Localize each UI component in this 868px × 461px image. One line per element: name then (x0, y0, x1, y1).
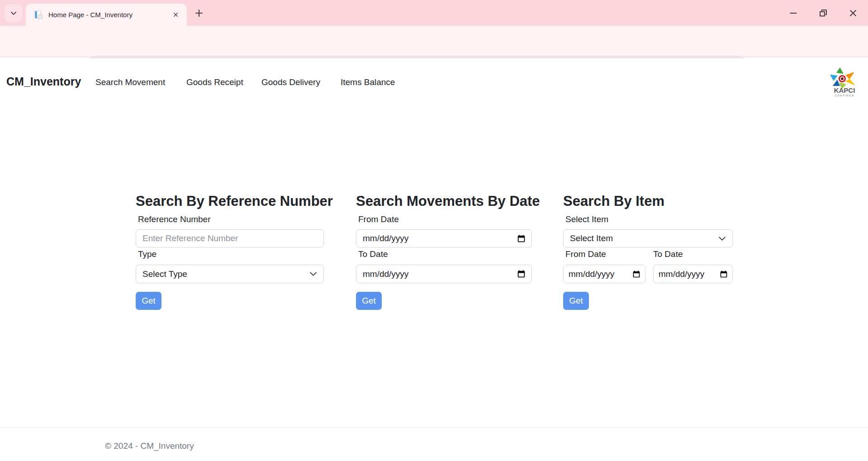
item-select-value: Select Item (570, 233, 613, 243)
browser-tab[interactable]: Home Page - CM_Inventory (26, 4, 187, 26)
page-content: CM_Inventory Search Movement Goods Recei… (0, 58, 868, 461)
browser-toolbar: Not secure 10.10.30.47:2001/Movement A (0, 26, 868, 57)
calendar-icon (720, 271, 727, 278)
logo-name: KAPCI (834, 86, 855, 94)
from-date-label: From Date (358, 214, 399, 224)
type-select-value: Select Type (142, 269, 187, 279)
item-select[interactable]: Select Item (563, 229, 733, 247)
calendar-icon (633, 271, 640, 278)
page-footer: © 2024 - CM_Inventory (0, 427, 868, 461)
chevron-down-icon (309, 270, 317, 278)
calendar-icon (517, 235, 525, 242)
date-placeholder: mm/dd/yyyy (659, 269, 704, 279)
close-window-button[interactable] (838, 0, 868, 26)
search-by-date-section: Search Movements By Date From Date mm/dd… (356, 192, 532, 210)
get-by-item-button[interactable]: Get (563, 292, 589, 310)
nav-link-goods-receipt[interactable]: Goods Receipt (186, 77, 243, 87)
date-placeholder: mm/dd/yyyy (569, 269, 614, 279)
section-title: Search By Reference Number (136, 192, 324, 210)
date-placeholder: mm/dd/yyyy (363, 233, 408, 243)
tab-close-icon[interactable] (171, 10, 180, 20)
tab-bar: Home Page - CM_Inventory (0, 0, 868, 26)
reference-number-input[interactable] (136, 229, 324, 247)
date-placeholder: mm/dd/yyyy (363, 269, 408, 279)
copyright-text: © 2024 - CM_Inventory (105, 441, 194, 451)
nav-link-goods-delivery[interactable]: Goods Delivery (261, 77, 320, 87)
restore-button[interactable] (808, 0, 838, 26)
chevron-down-icon (718, 235, 726, 242)
item-from-date-input[interactable]: mm/dd/yyyy (563, 265, 645, 283)
navbar-brand[interactable]: CM_Inventory (6, 75, 81, 88)
get-by-reference-button[interactable]: Get (136, 292, 161, 310)
window-controls (778, 0, 868, 26)
from-date-label: From Date (565, 249, 606, 259)
get-by-date-button[interactable]: Get (356, 292, 382, 310)
browser-window: Home Page - CM_Inventory (0, 0, 868, 461)
reference-number-label: Reference Number (138, 214, 211, 224)
type-select[interactable]: Select Type (136, 265, 324, 283)
type-label: Type (138, 249, 157, 259)
search-by-reference-section: Search By Reference Number Reference Num… (136, 192, 324, 210)
minimize-button[interactable] (778, 0, 808, 26)
tab-search-button[interactable] (5, 4, 23, 22)
search-by-item-section: Search By Item Select Item Select Item F… (563, 192, 733, 210)
logo-tagline: COATINGS (835, 94, 854, 97)
nav-link-items-balance[interactable]: Items Balance (341, 77, 395, 87)
kapci-coatings-logo: KAPCI COATINGS (830, 67, 857, 97)
chevron-down-icon (9, 9, 18, 18)
item-to-date-input[interactable]: mm/dd/yyyy (653, 265, 733, 283)
section-title: Search By Item (563, 192, 733, 210)
from-date-input[interactable]: mm/dd/yyyy (356, 229, 532, 247)
section-title: Search Movements By Date (356, 192, 532, 210)
select-item-label: Select Item (565, 214, 608, 224)
page-favicon-icon (33, 10, 43, 20)
to-date-input[interactable]: mm/dd/yyyy (356, 265, 532, 283)
to-date-label: To Date (653, 249, 683, 259)
calendar-icon (517, 270, 525, 278)
new-tab-button[interactable] (194, 8, 204, 19)
nav-link-search-movement[interactable]: Search Movement (95, 77, 165, 87)
to-date-label: To Date (358, 249, 388, 259)
tab-title: Home Page - CM_Inventory (48, 11, 150, 19)
